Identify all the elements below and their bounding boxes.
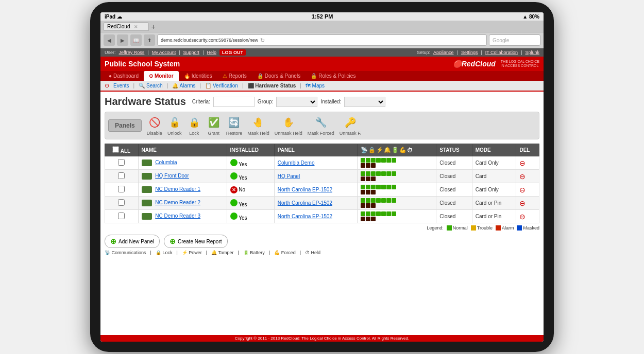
add-panel-button[interactable]: ⊕ Add New Panel	[105, 235, 160, 248]
installed-select[interactable]	[344, 97, 385, 107]
tab-reports[interactable]: ⚠ Reports	[217, 71, 252, 81]
mask-held-action[interactable]: 🤚 Mask Held	[247, 115, 269, 136]
user-label: User:	[105, 50, 116, 55]
led	[386, 211, 391, 216]
legend-label: Legend:	[427, 225, 444, 231]
led	[366, 171, 370, 176]
row-mode: Card or Pin	[472, 197, 516, 210]
subnav-maps[interactable]: 🗺 Maps	[303, 82, 327, 89]
row-name[interactable]: HQ Front Door	[155, 173, 189, 179]
led	[392, 211, 396, 216]
bookmarks-button[interactable]: 📖	[130, 34, 142, 46]
row-checkbox[interactable]	[118, 159, 125, 166]
legend-masked-box	[517, 225, 522, 231]
led	[361, 176, 365, 181]
row-panel[interactable]: HQ Panel	[278, 173, 300, 179]
row-panel[interactable]: North Carolina EP-1502	[278, 200, 332, 206]
row-checkbox-cell	[105, 210, 139, 223]
led	[371, 163, 376, 168]
criteria-input[interactable]	[213, 97, 255, 107]
tab-label: RedCloud	[107, 24, 130, 29]
row-checkbox-cell	[105, 170, 139, 183]
tab-close-icon[interactable]: ✕	[134, 24, 138, 29]
help-link[interactable]: Help	[207, 50, 216, 55]
subnav-search[interactable]: 🔍 Search	[137, 82, 164, 89]
footer-actions: ⊕ Add New Panel ⊕ Create New Report	[105, 235, 539, 248]
settings-link[interactable]: Settings	[461, 50, 478, 55]
new-tab-button[interactable]: +	[151, 23, 155, 31]
row-name[interactable]: NC Demo Reader 3	[155, 213, 200, 219]
tab-monitor[interactable]: ⊙ Monitor	[144, 71, 179, 81]
disable-action[interactable]: 🚫 Disable	[147, 115, 162, 136]
subnav-alarms[interactable]: 🔔 Alarms	[170, 82, 197, 89]
row-name[interactable]: Columbia	[155, 160, 177, 165]
row-panel[interactable]: North Carolina EP-1502	[278, 214, 332, 219]
row-delete-cell: ⊖	[516, 210, 539, 223]
create-report-button[interactable]: ⊕ Create New Report	[164, 235, 228, 248]
select-all-checkbox[interactable]	[112, 146, 119, 153]
led	[392, 185, 396, 189]
tab-doors-panels[interactable]: 🔒 Doors & Panels	[252, 71, 306, 81]
share-button[interactable]: ⬆	[144, 34, 155, 46]
legend-masked: Masked	[517, 225, 539, 231]
row-checkbox-cell	[105, 156, 139, 170]
row-name-cell: NC Demo Reader 1	[138, 183, 227, 197]
row-checkbox[interactable]	[118, 213, 125, 219]
it-collab-link[interactable]: IT Collaboration	[485, 50, 518, 55]
delete-icon[interactable]: ⊖	[519, 159, 526, 167]
row-name[interactable]: NC Demo Reader 1	[155, 186, 200, 192]
row-leds-cell	[357, 197, 436, 210]
row-panel[interactable]: Columbia Demo	[278, 160, 315, 166]
mask-forced-action[interactable]: 🔧 Mask Forced	[308, 115, 334, 136]
th-installed: INSTALLED	[227, 144, 274, 156]
lock-action[interactable]: 🔒 Lock	[187, 115, 201, 136]
row-panel[interactable]: North Carolina EP-1502	[278, 187, 332, 192]
led	[371, 190, 376, 194]
search-bar[interactable]: Google	[489, 34, 540, 46]
tab-identities[interactable]: 🔥 Identities	[179, 71, 217, 81]
panels-button[interactable]: Panels	[108, 119, 142, 132]
row-delete-cell: ⊖	[516, 183, 539, 197]
back-button[interactable]: ◀	[104, 34, 115, 46]
led	[371, 171, 376, 176]
row-panel-cell: HQ Panel	[274, 170, 357, 183]
unmask-held-action[interactable]: ✋ Unmask Held	[275, 115, 302, 136]
logout-button[interactable]: LOG OUT	[219, 49, 246, 56]
delete-icon[interactable]: ⊖	[519, 199, 526, 207]
tab-roles-policies[interactable]: 🔒 Roles & Policies	[306, 71, 361, 81]
led	[366, 203, 370, 208]
browser-chrome: RedCloud ✕ + ◀ ▶ 📖 ⬆ demo.redcloudsecuri…	[100, 21, 544, 48]
row-checkbox[interactable]	[118, 186, 125, 192]
delete-icon[interactable]: ⊖	[519, 186, 526, 194]
row-name[interactable]: NC Demo Reader 2	[155, 200, 200, 205]
row-delete-cell: ⊖	[516, 197, 539, 210]
th-status: STATUS	[436, 144, 472, 156]
led	[386, 185, 391, 189]
unmask-forced-action[interactable]: 🔑 Unmask F.	[340, 115, 362, 136]
grant-action[interactable]: ✅ Grant	[207, 115, 221, 136]
subnav-verification[interactable]: 📋 Verification	[203, 82, 240, 89]
delete-icon[interactable]: ⊖	[519, 213, 526, 221]
row-checkbox[interactable]	[118, 199, 125, 206]
led	[381, 171, 386, 176]
row-checkbox[interactable]	[118, 172, 125, 179]
group-select[interactable]	[276, 97, 317, 107]
restore-action[interactable]: 🔄 Restore	[226, 115, 243, 136]
subnav-hardware-status[interactable]: ⬛ Hardware Status	[246, 82, 298, 89]
subnav-events[interactable]: Events	[111, 82, 131, 89]
ipad-screen: iPad ☁ 1:52 PM ▲ 80% RedCloud ✕ + ◀ ▶ 📖	[100, 12, 544, 342]
delete-icon[interactable]: ⊖	[519, 172, 526, 181]
led	[366, 198, 370, 203]
splunk-link[interactable]: Splunk	[525, 50, 539, 55]
row-status: Closed	[436, 156, 472, 170]
led	[371, 198, 376, 203]
my-account-link[interactable]: My Account	[152, 50, 176, 55]
appliance-link[interactable]: Appliance	[433, 50, 454, 55]
tab-dashboard[interactable]: ● Dashboard	[104, 71, 144, 81]
address-bar[interactable]: demo.redcloudsecurity.com:59876/session/…	[157, 34, 487, 46]
browser-tab[interactable]: RedCloud ✕	[104, 22, 149, 31]
forward-button[interactable]: ▶	[117, 34, 128, 46]
unlock-action[interactable]: 🔓 Unlock	[167, 115, 182, 136]
user-name[interactable]: Jeffrey Ross	[119, 50, 145, 55]
support-link[interactable]: Support	[183, 50, 200, 55]
